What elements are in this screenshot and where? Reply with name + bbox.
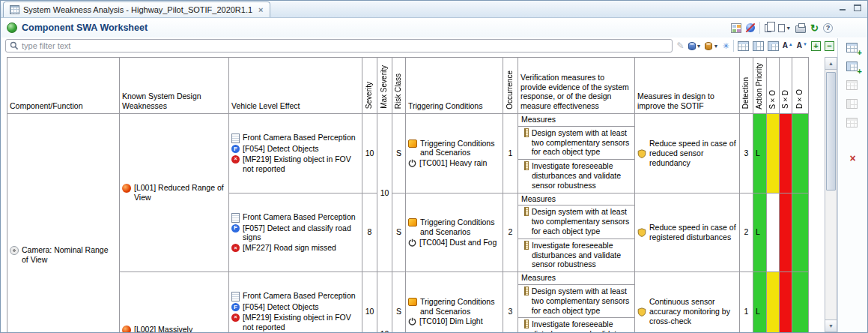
occurrence-cell[interactable]: 1 — [503, 114, 518, 194]
risk-class-cell[interactable]: S — [392, 272, 406, 332]
filter-input-wrapper[interactable] — [5, 39, 673, 52]
sxo-cell[interactable] — [767, 114, 780, 194]
expand-all-icon[interactable]: + — [811, 41, 821, 51]
verification-measure-item[interactable]: Design system with at least two compleme… — [518, 206, 634, 238]
triggering-cell[interactable]: Triggering Conditions and Scenarios [TC0… — [406, 193, 503, 272]
verification-measure-item[interactable]: Investigate foreseeable disturbances and… — [518, 160, 634, 192]
col-header-risk-class: Risk Class — [392, 58, 406, 114]
action-priority-cell[interactable]: L — [753, 193, 767, 272]
design-measure-cell[interactable]: Reduce speed in case of reduced sensor r… — [635, 114, 740, 194]
effects-icon[interactable] — [722, 42, 729, 50]
verification-measure-item[interactable]: Investigate foreseeable disturbances and… — [518, 318, 634, 332]
vertical-scrollbar[interactable] — [825, 57, 837, 332]
component-cell[interactable]: Camera: Nominal Range of View — [7, 114, 120, 333]
weakness-cell[interactable]: [L001] Reduced Range of View — [120, 114, 229, 272]
insert-row-icon[interactable] — [846, 80, 859, 91]
severity-cell[interactable]: 10 — [362, 114, 377, 194]
measures-header: Measures — [518, 272, 634, 285]
verification-measure-item[interactable]: Design system with at least two compleme… — [518, 285, 634, 318]
col-header-max-severity: Max Severity — [377, 58, 392, 114]
tab-close-icon[interactable] — [258, 6, 263, 14]
edit-icon[interactable] — [676, 41, 684, 50]
max-severity-cell[interactable]: 10 — [377, 114, 392, 272]
risk-class-cell[interactable]: S — [392, 193, 406, 272]
database-icon — [705, 42, 712, 50]
weakness-cell[interactable]: [L002] Massively Reduced Range of View — [120, 272, 229, 332]
filter-input[interactable] — [22, 41, 668, 50]
collapse-all-icon[interactable]: − — [825, 41, 834, 51]
col-header-triggering: Triggering Conditions — [406, 58, 503, 114]
verification-measure-item[interactable]: Design system with at least two compleme… — [518, 127, 634, 160]
verification-cell[interactable]: Measures Design system with at least two… — [518, 272, 635, 332]
database-orange-dropdown-icon[interactable] — [705, 42, 718, 50]
insert-child-row-icon[interactable] — [846, 99, 859, 110]
detection-cell[interactable]: 2 — [740, 193, 753, 272]
vehicle-effect-cell[interactable]: Front Camera Based Perception [F057] Det… — [229, 193, 362, 272]
add-row-icon[interactable] — [846, 43, 859, 53]
delete-row-icon[interactable] — [849, 153, 855, 164]
triggering-condition-label: [TC010] Dim Light — [419, 316, 500, 326]
scroll-down-button[interactable] — [825, 320, 837, 332]
scrollbar-thumb[interactable] — [826, 72, 836, 190]
view-layout-icon[interactable] — [731, 23, 741, 33]
scroll-up-button[interactable] — [825, 58, 837, 70]
database-blue-dropdown-icon[interactable] — [688, 42, 702, 50]
maximize-icon[interactable] — [854, 4, 861, 11]
triggering-cell[interactable]: Triggering Conditions and Scenarios [TC0… — [406, 114, 503, 194]
vehicle-effect-cell[interactable]: Front Camera Based Perception [F054] Det… — [229, 272, 362, 332]
add-nested-row-icon[interactable] — [846, 62, 859, 72]
hide-filter-icon[interactable] — [746, 23, 755, 32]
severity-cell[interactable]: 8 — [362, 193, 377, 272]
design-measure-cell[interactable]: Continuous sensor accuracy monitoring by… — [635, 272, 740, 332]
action-priority-cell[interactable]: L — [753, 272, 767, 332]
dxo-cell[interactable] — [792, 193, 809, 272]
shield-icon — [637, 308, 646, 316]
export-dropdown-icon[interactable] — [778, 24, 791, 32]
malfunction-label: [MF219] Existing object in FOV not repor… — [243, 313, 359, 332]
minimize-icon[interactable] — [839, 4, 846, 11]
vehicle-effect-cell[interactable]: Front Camera Based Perception [F054] Det… — [229, 114, 362, 194]
verification-cell[interactable]: Measures Design system with at least two… — [518, 114, 635, 194]
triggering-conditions-icon — [408, 218, 417, 226]
freeze-panes-icon[interactable] — [768, 41, 779, 51]
triggering-group-label: Triggering Conditions and Scenarios — [420, 297, 500, 316]
refresh-icon[interactable] — [810, 23, 819, 33]
action-priority-cell[interactable]: L — [753, 114, 767, 194]
design-measure-label: Continuous sensor accuracy monitoring by… — [649, 297, 737, 326]
verification-measure-item[interactable]: Investigate foreseeable disturbances and… — [518, 239, 634, 272]
freeze-header-icon[interactable] — [738, 41, 749, 51]
design-measure-cell[interactable]: Reduce speed in case of registered distu… — [635, 193, 740, 272]
duplicate-row-icon[interactable] — [846, 118, 859, 128]
malfunction-icon — [231, 155, 240, 164]
severity-cell[interactable]: 10 — [362, 272, 377, 332]
triggering-condition-label: [TC001] Heavy rain — [419, 158, 500, 168]
font-increase-icon[interactable]: A▲ — [783, 42, 793, 50]
dxo-cell[interactable] — [792, 114, 809, 194]
sxd-cell[interactable] — [780, 114, 792, 194]
occurrence-cell[interactable]: 3 — [503, 272, 518, 332]
editor-tab[interactable]: System Weakness Analysis - Highway_Pilot… — [3, 2, 270, 17]
max-severity-cell[interactable]: 10 — [377, 272, 392, 332]
occurrence-cell[interactable]: 2 — [503, 193, 518, 272]
col-header-occurrence: Occurrence — [503, 58, 518, 114]
copy-icon[interactable] — [765, 24, 771, 32]
print-icon[interactable] — [795, 26, 806, 33]
sxo-cell[interactable] — [767, 193, 780, 272]
dxo-cell[interactable] — [792, 272, 809, 332]
sxd-cell[interactable] — [780, 193, 792, 272]
worksheet-area: Component/Function Known System Design W… — [1, 57, 837, 332]
detection-cell[interactable]: 3 — [740, 114, 753, 194]
verification-cell[interactable]: Measures Design system with at least two… — [518, 193, 635, 272]
font-decrease-icon[interactable]: A▼ — [797, 42, 807, 50]
triggering-conditions-icon — [408, 298, 417, 306]
verification-measure-label: Design system with at least two compleme… — [532, 207, 632, 236]
triggering-cell[interactable]: Triggering Conditions and Scenarios [TC0… — [406, 272, 503, 332]
measure-icon — [524, 320, 529, 328]
detection-cell[interactable]: 1 — [740, 272, 753, 332]
sxd-cell[interactable] — [780, 272, 792, 332]
perception-label: Front Camera Based Perception — [243, 291, 359, 301]
risk-class-cell[interactable]: S — [392, 114, 406, 194]
help-icon[interactable] — [823, 23, 833, 33]
freeze-column-icon[interactable] — [753, 41, 764, 51]
sxo-cell[interactable] — [767, 272, 780, 332]
